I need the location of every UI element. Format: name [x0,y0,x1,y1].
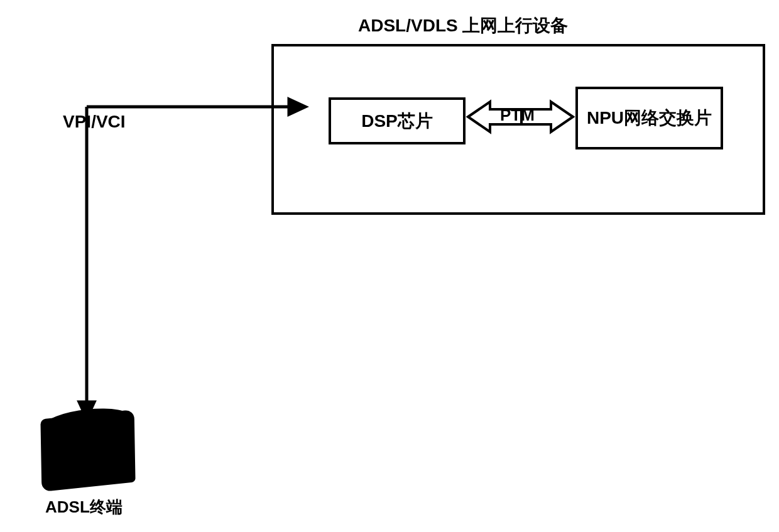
dsp-chip-label: DSP芯片 [361,111,433,132]
adsl-terminal-label: ADSL终端 [45,496,123,518]
vpi-vci-label: VPI/VCI [63,112,126,132]
ptm-bus-label: PTM [500,106,535,125]
device-title: ADSL/VDLS 上网上行设备 [358,14,568,38]
npu-switch-label: NPU网络交换片 [587,107,712,129]
adsl-terminal-shape [40,410,135,492]
dsp-chip-box: DSP芯片 [329,97,466,144]
npu-switch-box: NPU网络交换片 [575,87,723,149]
